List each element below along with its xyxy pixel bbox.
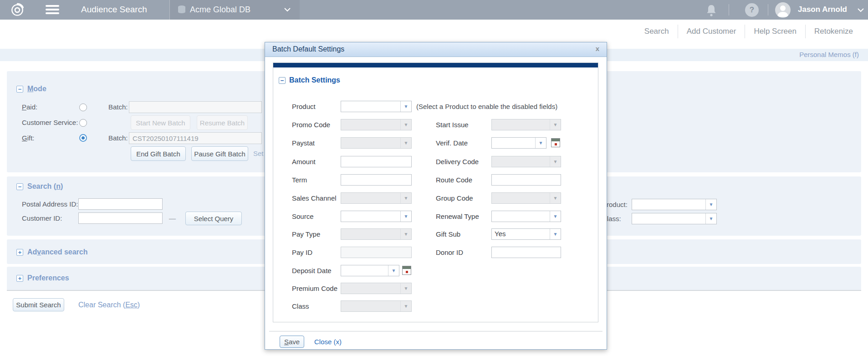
start-new-batch-button: Start New Batch: [131, 115, 190, 130]
class-background-select[interactable]: ▼: [632, 213, 717, 224]
chevron-down-icon: ▼: [400, 211, 411, 222]
premium-code-label: Premium Code: [292, 283, 337, 294]
postal-address-id-label: Postal Address ID:: [22, 198, 78, 210]
route-code-label: Route Code: [436, 174, 472, 186]
top-bar: Audience Search Acme Global DB ? J: [0, 0, 868, 20]
collapse-minus-icon[interactable]: −: [16, 86, 23, 93]
donor-id-input[interactable]: [491, 247, 561, 258]
donor-id-label: Donor ID: [436, 247, 463, 258]
calendar-icon[interactable]: [402, 266, 411, 275]
user-name[interactable]: Jason Arnold: [798, 5, 847, 14]
database-selector[interactable]: Acme Global DB: [169, 0, 300, 20]
chevron-down-icon: ▼: [550, 119, 561, 130]
expand-plus-icon[interactable]: +: [16, 275, 23, 282]
pay-id-input: [341, 247, 412, 258]
expand-plus-icon[interactable]: +: [16, 249, 23, 256]
renewal-type-label: Renewal Type: [436, 211, 479, 222]
premium-code-select: ▼: [341, 283, 412, 294]
chevron-down-icon: ▼: [400, 301, 411, 311]
gift-sub-select[interactable]: Yes▼: [491, 228, 561, 240]
application-window: Audience Search Acme Global DB ? J: [0, 0, 868, 357]
renewal-type-select[interactable]: ▼: [491, 211, 561, 222]
start-issue-label: Start Issue: [436, 119, 469, 130]
app-title: Audience Search: [81, 5, 147, 15]
amount-label: Amount: [292, 156, 316, 167]
postal-address-id-input[interactable]: [78, 198, 163, 210]
clear-search-link[interactable]: Clear Search (Esc): [78, 301, 140, 309]
nav-item-retokenize[interactable]: Retokenize: [806, 25, 862, 38]
close-dialog-link[interactable]: Close (x): [314, 338, 342, 346]
nav-item-help-screen[interactable]: Help Screen: [745, 25, 805, 38]
term-input[interactable]: [341, 174, 412, 186]
dialog-title: Batch Default Settings: [272, 45, 344, 53]
end-gift-batch-button[interactable]: End Gift Batch: [131, 146, 186, 161]
close-icon[interactable]: x: [596, 45, 599, 52]
chevron-down-icon: ▼: [400, 101, 411, 112]
chevron-down-icon: ▼: [550, 211, 561, 222]
topbar-separator: [729, 4, 729, 16]
nav-item-search[interactable]: Search: [636, 25, 678, 38]
person-icon: [775, 2, 791, 18]
personal-memos-link[interactable]: Personal Memos (f): [799, 51, 859, 58]
paid-batch-input: [129, 101, 262, 113]
chevron-down-icon[interactable]: [857, 8, 864, 12]
calendar-icon[interactable]: [551, 138, 560, 147]
help-question-icon[interactable]: ?: [745, 3, 759, 17]
promo-code-label: Promo Code: [292, 119, 330, 130]
product-hint-text: (Select a Product to enable the disabled…: [416, 101, 557, 112]
resume-batch-button: Resume Batch: [197, 115, 248, 130]
preferences-header[interactable]: + Preferences: [16, 274, 69, 282]
mode-section-header[interactable]: − Mode: [16, 85, 46, 93]
customer-id-label: Customer ID:: [22, 212, 62, 224]
database-icon: [176, 5, 187, 16]
chevron-down-icon: ▼: [705, 199, 716, 210]
batch-label: Batch:: [108, 101, 128, 113]
customer-id-input[interactable]: [78, 212, 163, 224]
start-issue-select: ▼: [491, 119, 561, 130]
collapse-minus-icon[interactable]: −: [16, 183, 23, 190]
secondary-nav: Search Add Customer Help Screen Retokeni…: [0, 20, 868, 43]
dialog-title-bar[interactable]: Batch Default Settings x: [265, 42, 607, 57]
sales-channel-label: Sales Channel: [292, 192, 337, 204]
verif-date-select[interactable]: ▼: [491, 137, 546, 149]
paystat-select: ▼: [341, 137, 412, 149]
delivery-code-label: Delivery Code: [436, 156, 479, 167]
product-background-select[interactable]: ▼: [632, 199, 717, 210]
chevron-down-icon: ▼: [388, 265, 399, 276]
gift-sub-label: Gift Sub: [436, 228, 460, 240]
range-dash: —: [169, 212, 176, 224]
notifications-bell-icon[interactable]: [705, 4, 718, 17]
collapse-minus-icon[interactable]: −: [279, 77, 286, 84]
product-select[interactable]: ▼: [341, 101, 412, 112]
route-code-input[interactable]: [491, 174, 561, 186]
chevron-down-icon: ▼: [400, 138, 411, 148]
gift-batch-input: [129, 132, 262, 144]
select-query-button[interactable]: Select Query: [185, 212, 242, 225]
customer-service-radio[interactable]: [79, 119, 87, 127]
product-field-label: Product: [292, 101, 316, 112]
deposit-date-select[interactable]: ▼: [341, 265, 399, 276]
chevron-down-icon: ▼: [400, 193, 411, 203]
submit-search-button[interactable]: Submit Search: [13, 298, 64, 311]
chevron-down-icon: ▼: [400, 119, 411, 130]
advanced-search-header[interactable]: + Advanced search: [16, 248, 88, 256]
amount-input[interactable]: [341, 156, 412, 167]
nav-item-add-customer[interactable]: Add Customer: [678, 25, 745, 38]
pay-type-select: ▼: [341, 228, 412, 240]
database-name: Acme Global DB: [190, 5, 250, 15]
gift-radio[interactable]: [79, 134, 87, 142]
source-select[interactable]: ▼: [341, 211, 412, 222]
search-section-header[interactable]: − Search (n): [16, 182, 63, 191]
user-avatar[interactable]: [775, 2, 791, 18]
pause-gift-batch-button[interactable]: Pause Gift Batch: [191, 146, 248, 161]
gift-batch-label: Batch:: [108, 132, 128, 144]
group-code-select: ▼: [491, 192, 561, 204]
settings-link-partial[interactable]: Set: [253, 150, 264, 157]
delivery-code-select: ▼: [491, 156, 561, 167]
sales-channel-select: ▼: [341, 192, 412, 204]
paid-radio[interactable]: [79, 103, 87, 111]
hamburger-menu-icon[interactable]: [46, 5, 59, 15]
save-button[interactable]: Save: [280, 336, 304, 348]
chevron-down-icon: ▼: [705, 213, 716, 224]
batch-settings-header[interactable]: − Batch Settings: [279, 76, 340, 84]
